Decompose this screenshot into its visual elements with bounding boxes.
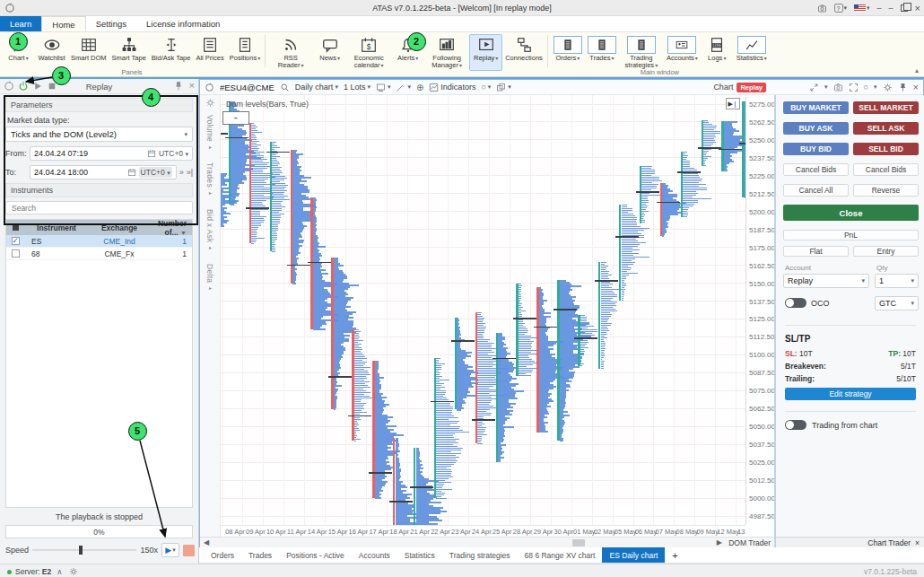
pin-icon[interactable] (898, 83, 908, 92)
close-button[interactable]: Close (783, 205, 919, 221)
help-menu[interactable]: ?▾ (834, 4, 848, 13)
ribbon-button[interactable]: Watchlist (35, 34, 68, 71)
ribbon-button[interactable]: Smart Tape (109, 34, 149, 71)
bottom-tab[interactable]: ES Daily chart (602, 547, 665, 563)
breakeven-value[interactable]: 5/1T (901, 362, 916, 371)
gear-icon[interactable] (883, 83, 893, 92)
ribbon-tab[interactable]: Learn (0, 16, 41, 31)
fullscreen-icon[interactable] (849, 83, 859, 92)
play-icon[interactable] (32, 81, 43, 92)
bottom-tab[interactable]: Trades (241, 547, 279, 563)
drawing-tools-select[interactable]: ▾ (396, 83, 411, 92)
bottom-tab[interactable]: Positions - Active (279, 547, 352, 563)
collapse-ribbon-button[interactable]: – (877, 4, 882, 13)
bottom-tab[interactable]: Statistics (397, 547, 442, 563)
select-all-checkbox[interactable] (13, 224, 19, 231)
flat-button[interactable]: Flat (783, 246, 849, 257)
bottom-tab[interactable]: Orders (204, 547, 241, 563)
gear-icon[interactable] (69, 567, 78, 576)
chart-symbol[interactable]: #ESU4@CME (220, 83, 275, 92)
close-chart-icon[interactable]: × (913, 82, 919, 92)
cancel-bids-button-2[interactable]: Cancel Bids (853, 163, 919, 176)
pin-icon[interactable] (173, 81, 184, 92)
chart-type-select[interactable]: ▾ (376, 83, 391, 92)
cancel-bids-button[interactable]: Cancel Bids (783, 163, 849, 176)
close-tab-icon[interactable]: × (915, 538, 920, 547)
pnl-button[interactable]: PnL (783, 230, 919, 240)
edit-strategy-button[interactable]: Edit strategy (785, 388, 916, 400)
tif-select[interactable]: GTC▾ (875, 296, 919, 310)
resize-icon[interactable] (809, 83, 819, 92)
scrollbar-thumb[interactable] (572, 539, 585, 546)
ribbon-button[interactable]: RSS Reader▾ (268, 34, 313, 71)
ribbon-button[interactable]: Smart DOM (68, 34, 109, 71)
bottom-tab[interactable]: Trading strategies (442, 547, 518, 563)
screenshot-icon[interactable] (817, 4, 827, 13)
circle-icon[interactable]: ○ (864, 83, 868, 92)
gear-icon[interactable] (205, 98, 215, 108)
playback-play-button[interactable]: ▶▾ (161, 543, 179, 557)
collapse-ribbon-chevron-icon[interactable]: ▴ (915, 66, 919, 74)
bottom-tab[interactable]: 68 6 Range XV chart (518, 547, 603, 563)
strip-panel-toggle[interactable]: Volume (205, 115, 214, 150)
cancel-all-button[interactable]: Cancel All (783, 184, 849, 197)
qty-select[interactable]: 1▾ (875, 274, 919, 288)
sell-market-button[interactable]: SELL MARKET (853, 101, 919, 114)
chevron-down-icon[interactable]: ▾ (874, 83, 877, 91)
reverse-button[interactable]: Reverse (853, 184, 919, 197)
buy-market-button[interactable]: BUY MARKET (783, 101, 849, 114)
trailing-value[interactable]: 5/10T (896, 374, 916, 383)
lots-select[interactable]: 1 Lots▾ (344, 83, 370, 92)
color-scheme-select[interactable]: ○▾ (481, 83, 491, 92)
dom-trader-label[interactable]: DOM Trader (728, 538, 771, 547)
bottom-tab[interactable]: + (665, 547, 684, 563)
zoom-icon[interactable]: ⊕ (416, 83, 423, 92)
buy-ask-button[interactable]: BUY ASK (783, 122, 849, 135)
ribbon-button[interactable]: Positions▾ (227, 34, 263, 71)
sell-ask-button[interactable]: SELL ASK (853, 122, 919, 135)
layout-select[interactable]: ▾ (496, 83, 511, 92)
chart-scrollbar[interactable]: ◀ ▶ DOM Trader (200, 537, 774, 547)
buy-bid-button[interactable]: BUY BID (783, 143, 849, 155)
trading-from-chart-toggle[interactable] (785, 420, 806, 430)
table-row[interactable]: 68 CME_Fx 1 (6, 248, 192, 260)
ribbon-button[interactable]: Statistics▾ (734, 34, 770, 71)
ribbon-button[interactable]: Economic calendar▾ (346, 34, 391, 71)
tp-value[interactable]: 10T (902, 349, 916, 358)
ribbon-button[interactable]: Connections (502, 34, 545, 71)
ribbon-button[interactable]: News▾ (313, 34, 346, 71)
ribbon-button[interactable]: Chart▾ (2, 34, 35, 71)
date-axis[interactable]: 08 Apr09 Apr10 Apr11 Apr14 Apr15 Apr16 A… (221, 525, 745, 537)
ribbon-button[interactable]: Bid/Ask Tape (149, 34, 194, 71)
language-menu[interactable]: ▾ (854, 4, 870, 12)
scroll-left-icon[interactable]: ◀ (204, 538, 209, 546)
chart-canvas[interactable]: Dom levels(Bars, True) ⌁ ▶❘ (221, 95, 745, 525)
chevron-up-icon[interactable]: ∧ (57, 567, 62, 576)
sell-bid-button[interactable]: SELL BID (853, 143, 919, 155)
table-row[interactable]: ES CME_Ind 1 (6, 235, 192, 248)
strip-panel-toggle[interactable]: Bid x Ask (205, 209, 214, 251)
restore-button[interactable] (901, 4, 908, 12)
screenshot-icon[interactable] (833, 83, 843, 92)
ribbon-button[interactable]: Orders▾ (551, 34, 585, 71)
strip-panel-toggle[interactable]: Delta (205, 264, 214, 292)
price-axis[interactable]: 5275.005262.505250.005237.505225.005212.… (745, 95, 774, 525)
power-icon[interactable] (18, 81, 29, 92)
entry-button[interactable]: Entry (853, 246, 919, 257)
playback-stop-button[interactable] (183, 545, 195, 556)
row-checkbox[interactable] (12, 237, 20, 245)
go-to-latest-button[interactable]: ▶❘ (726, 98, 740, 109)
ribbon-tab[interactable]: License information (136, 16, 230, 31)
ribbon-button[interactable]: Replay▾ (469, 34, 502, 71)
study-label[interactable]: Dom levels(Bars, True) (226, 100, 309, 109)
ribbon-button[interactable]: Trades▾ (585, 34, 619, 71)
stop-icon[interactable] (47, 81, 57, 92)
ribbon-tab[interactable]: Settings (86, 16, 136, 31)
bottom-tab[interactable]: Accounts (352, 547, 397, 563)
search-icon[interactable] (280, 83, 290, 92)
strip-panel-toggle[interactable]: Trades (205, 162, 214, 196)
ribbon-button[interactable]: Logs▾ (701, 34, 734, 71)
ribbon-tab[interactable]: Home (41, 16, 85, 31)
account-select[interactable]: Replay▾ (783, 274, 869, 288)
ribbon-button[interactable]: Following Manager▾ (424, 34, 469, 71)
